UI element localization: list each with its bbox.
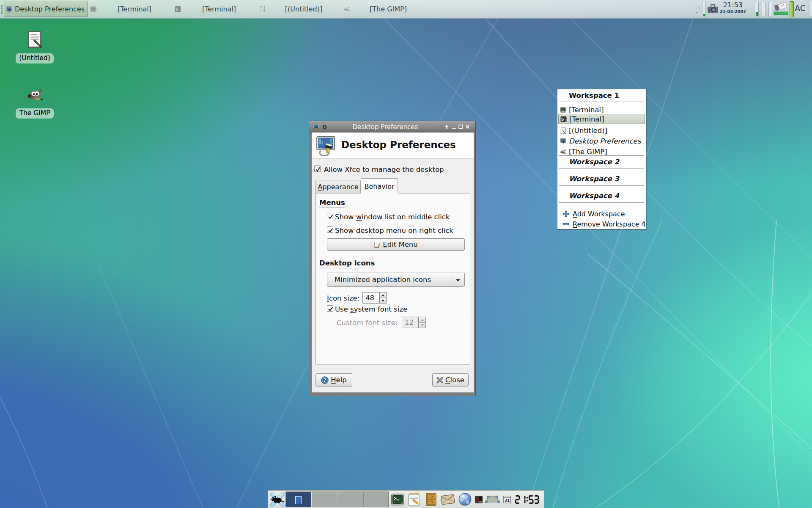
monitor-gauge-3 (762, 2, 765, 17)
combo-separator (452, 275, 452, 284)
window-list-item-untitled[interactable]: [(Untitled)] (558, 126, 645, 135)
allow-xfce-label: Allow Xfce to manage the desktop (324, 166, 444, 174)
stylus-tray-icon[interactable] (694, 5, 701, 14)
pager-workspace-1[interactable] (286, 492, 311, 507)
text-editor-launcher-icon[interactable] (407, 492, 421, 507)
spin-up-button[interactable] (379, 292, 387, 298)
menus-section-label: Menus (319, 199, 345, 207)
desktop-preferences-icon (6, 6, 12, 13)
quit-launcher-icon[interactable] (475, 496, 483, 503)
network-card-icon[interactable] (774, 1, 788, 17)
add-workspace-item[interactable]: Add Workspace (558, 210, 645, 219)
help-label: Help (331, 376, 347, 384)
desktop-preferences-icon (560, 138, 566, 144)
taskbar-button-terminal-2[interactable]: [Terminal] (173, 1, 258, 17)
battery-indicator[interactable] (790, 1, 794, 17)
behavior-tab-panel: Menus Show window list on middle click S… (315, 193, 470, 364)
close-button[interactable] (464, 124, 471, 130)
svg-text:?: ? (324, 378, 326, 383)
workspace-4-item[interactable]: Workspace 4 (569, 192, 619, 200)
file-manager-launcher-icon[interactable] (425, 492, 438, 506)
panel-grip-handle[interactable] (1, 5, 3, 14)
pager-workspace-2[interactable] (312, 492, 337, 507)
camera-tray-icon[interactable] (707, 3, 719, 15)
mail-launcher-icon[interactable] (441, 494, 455, 505)
xfce-menu-icon[interactable] (269, 491, 285, 508)
terminal-launcher-icon[interactable] (391, 493, 404, 506)
calendar-launcher-icon[interactable]: 31 (503, 496, 511, 503)
help-button[interactable]: ? Help (315, 373, 352, 387)
show-window-list-checkbox[interactable] (327, 213, 333, 219)
desktop-icons-combobox[interactable]: Minimized application icons (327, 273, 465, 287)
terminal-icon (560, 107, 566, 113)
calendar-day: 31 (505, 498, 510, 502)
maximize-button[interactable] (458, 124, 464, 130)
text-document-icon (259, 6, 266, 12)
show-desktop-menu-label: Show desktop menu on right click (335, 226, 453, 235)
window-list-item-terminal-2[interactable]: [Terminal] (558, 114, 645, 124)
taskbar-button-untitled[interactable]: [(Untitled)] (258, 1, 342, 17)
remove-icon (563, 221, 569, 227)
terminal-icon (90, 6, 96, 12)
minimize-button[interactable] (451, 124, 457, 130)
icon-size-stepper[interactable] (379, 292, 387, 304)
window-list-item-terminal-1[interactable]: [Terminal] (558, 105, 645, 114)
show-desktop-launcher-icon[interactable] (485, 495, 500, 503)
icon-size-input[interactable]: 48 (362, 292, 379, 304)
help-icon: ? (321, 376, 329, 384)
workspace-2-item[interactable]: Workspace 2 (569, 158, 619, 166)
battery-status-label: AC (795, 3, 806, 13)
desktop-icon-untitled[interactable]: (Untitled) (14, 30, 55, 64)
monitor-gauge-2 (755, 2, 759, 17)
shade-button[interactable] (444, 124, 450, 130)
section-underline (319, 207, 346, 208)
custom-font-size-stepper (419, 317, 426, 328)
close-button[interactable]: Close (432, 373, 469, 387)
workspace-popup-title: Workspace 1 (569, 91, 619, 99)
tray-clock[interactable]: 21:53 21-03-2007 (718, 2, 748, 14)
allow-xfce-checkbox[interactable] (314, 166, 321, 172)
bottom-panel: 31 (268, 490, 544, 508)
workspace-pager (285, 491, 389, 507)
workspace-3-item[interactable]: Workspace 3 (569, 175, 619, 183)
taskbar-button-desktop-preferences[interactable]: Desktop Preferences (4, 1, 88, 17)
pager-workspace-4[interactable] (363, 492, 388, 507)
show-desktop-menu-checkbox[interactable] (327, 226, 333, 233)
terminal-s-icon (560, 116, 567, 122)
use-system-font-checkbox[interactable] (327, 305, 333, 312)
sticky-button[interactable] (321, 124, 328, 130)
remove-workspace-item[interactable]: Remove Workspace 4 (558, 220, 645, 229)
desktop-icon-label: The GIMP (16, 108, 53, 119)
terminal-s-icon (175, 6, 181, 12)
separator (559, 202, 644, 203)
icon-size-label: Icon size: (327, 294, 359, 302)
dialog-content: Desktop Preferences Allow Xfce to manage… (312, 133, 474, 392)
pager-window[interactable] (295, 496, 302, 504)
separator (559, 155, 644, 156)
dialog-header-title: Desktop Preferences (341, 139, 456, 150)
window-list-item-desktop-preferences[interactable]: Desktop Preferences (558, 137, 645, 146)
gauge-level (703, 14, 705, 16)
pager-workspace-3[interactable] (337, 492, 363, 507)
desktop-icon-gimp[interactable]: The GIMP (14, 86, 55, 119)
taskbar-button-gimp[interactable]: [The GIMP] (342, 1, 427, 17)
workspace-list-popup: Workspace 1 [Terminal] [Terminal] [(Unti… (557, 89, 646, 229)
separator (559, 168, 644, 169)
taskbar-button-terminal-1[interactable]: [Terminal] (88, 1, 173, 17)
section-underline (319, 268, 373, 268)
show-window-list-label: Show window list on middle click (335, 213, 450, 221)
tab-appearance[interactable]: Appearance (315, 180, 361, 193)
edit-menu-label: Edit Menu (383, 240, 418, 248)
add-icon (563, 211, 569, 217)
custom-font-size-label: Custom font size: (337, 319, 398, 327)
spin-down-button[interactable] (379, 298, 387, 304)
panel-clock[interactable] (515, 495, 541, 504)
window-list-item-gimp[interactable]: [The GIMP] (558, 147, 645, 156)
text-document-icon (560, 127, 566, 134)
tab-behavior[interactable]: Behavior (361, 178, 398, 193)
window-titlebar[interactable]: Desktop Preferences (309, 121, 475, 133)
separator (559, 185, 644, 186)
chevron-down-icon (455, 279, 461, 282)
web-browser-launcher-icon[interactable] (458, 492, 472, 506)
edit-menu-button[interactable]: Edit Menu (327, 238, 465, 251)
